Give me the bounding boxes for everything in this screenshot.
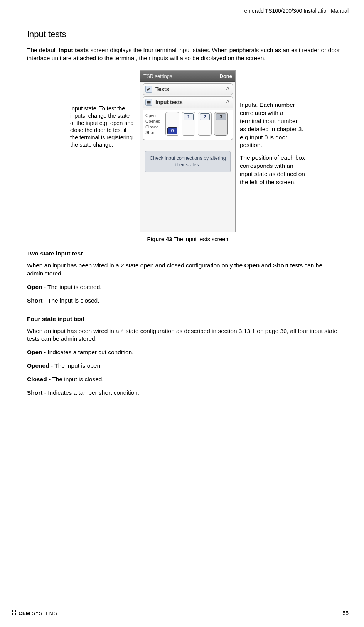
fs-closed-t: - The input is closed. <box>47 376 104 382</box>
cem-logo: CEM SYSTEMS <box>12 610 57 616</box>
callout-left: Input state. To test the inputs, change … <box>70 70 136 149</box>
ts-short-t: - The input is closed. <box>42 297 99 304</box>
running-header: emerald TS100/200/300 Installation Manua… <box>27 8 349 14</box>
four-state-heading: Four state input test <box>27 316 349 323</box>
callout-right: Inputs. Each number correlates with a te… <box>240 70 305 191</box>
inputs-body: Open Opened Closed Short 0 1 2 <box>143 110 233 140</box>
callout-right-2: The position of each box corresponds wit… <box>240 154 305 186</box>
ts-short-b: Short <box>27 297 42 304</box>
state-opened: Opened <box>145 118 163 124</box>
input-num-2: 2 <box>200 113 210 120</box>
input-box-3[interactable]: 3 <box>214 112 228 136</box>
done-button[interactable]: Done <box>220 73 233 79</box>
fs-short-b: Short <box>27 389 42 396</box>
two-state-p1: When an input has been wired in a 2 stat… <box>27 262 349 278</box>
fs-short-t: - Indicates a tamper short condition. <box>42 389 139 396</box>
page-number: 55 <box>342 610 349 616</box>
intro-bold: Input tests <box>59 47 89 53</box>
input-box-2[interactable]: 2 <box>198 112 212 136</box>
chevron-icon: ^ <box>226 86 229 92</box>
callout-right-1: Inputs. Each number correlates with a te… <box>240 101 305 150</box>
ts-open-b: Open <box>27 284 42 290</box>
ts-p1-b2: Short <box>273 262 288 269</box>
panel-input-tests[interactable]: ≣ Input tests ^ <box>143 96 233 108</box>
logo-rest: SYSTEMS <box>30 610 57 616</box>
ts-open-t: - The input is opened. <box>42 284 102 290</box>
caption-bold: Figure 43 <box>147 236 172 242</box>
section-title: Input tests <box>27 29 349 39</box>
two-state-open: Open - The input is opened. <box>27 283 349 291</box>
fs-opened-t: - The input is open. <box>49 362 102 369</box>
titlebar-left: TSR settings <box>143 73 172 79</box>
check-icon: ✔ <box>145 86 152 93</box>
figure-area: Input state. To test the inputs, change … <box>27 70 349 232</box>
ts-p1-b1: Open <box>244 262 260 269</box>
input-num-3: 3 <box>216 113 226 120</box>
four-state-short: Short - Indicates a tamper short conditi… <box>27 389 349 397</box>
panel-input-tests-label: Input tests <box>155 99 183 105</box>
screenshot-device: TSR settings Done ✔ Tests ^ ≣ Input test… <box>140 70 236 232</box>
state-labels: Open Opened Closed Short <box>145 112 163 136</box>
chevron-icon: ^ <box>226 99 229 105</box>
logo-dots-icon <box>12 610 17 616</box>
fs-open-b: Open <box>27 349 42 355</box>
logo-bold: CEM <box>19 610 30 616</box>
page-footer: CEM SYSTEMS 55 <box>0 606 364 620</box>
four-state-p1: When an input has been wired in a 4 stat… <box>27 327 349 343</box>
panel-tests-label: Tests <box>155 86 169 92</box>
ts-p1-pre: When an input has been wired in a 2 stat… <box>27 262 244 269</box>
ts-p1-mid: and <box>260 262 273 269</box>
four-state-open: Open - Indicates a tamper cut condition. <box>27 348 349 357</box>
hint-box: Check input connections by altering thei… <box>145 151 231 172</box>
fs-open-t: - Indicates a tamper cut condition. <box>42 349 134 355</box>
four-state-closed: Closed - The input is closed. <box>27 375 349 384</box>
input-box-1[interactable]: 1 <box>182 112 195 136</box>
input-box-0[interactable]: 0 <box>165 112 179 136</box>
fs-opened-b: Opened <box>27 362 49 369</box>
intro-paragraph: The default Input tests screen displays … <box>27 46 349 63</box>
screenshot-titlebar: TSR settings Done <box>140 71 235 82</box>
caption-rest: The input tests screen <box>172 236 228 242</box>
state-open: Open <box>145 113 163 118</box>
fs-closed-b: Closed <box>27 376 47 382</box>
panel-tests[interactable]: ✔ Tests ^ <box>143 83 233 95</box>
callout-left-text: Input state. To test the inputs, change … <box>70 105 133 148</box>
state-short: Short <box>145 130 163 135</box>
input-num-1: 1 <box>184 113 194 120</box>
two-state-heading: Two state input test <box>27 250 349 257</box>
state-closed: Closed <box>145 124 163 130</box>
list-icon: ≣ <box>145 99 152 106</box>
input-boxes-row: 0 1 2 3 <box>165 112 231 136</box>
input-num-0: 0 <box>167 127 177 134</box>
figure-caption: Figure 43 The input tests screen <box>27 236 349 242</box>
intro-pre: The default <box>27 47 59 53</box>
two-state-short: Short - The input is closed. <box>27 297 349 305</box>
four-state-opened: Opened - The input is open. <box>27 362 349 370</box>
